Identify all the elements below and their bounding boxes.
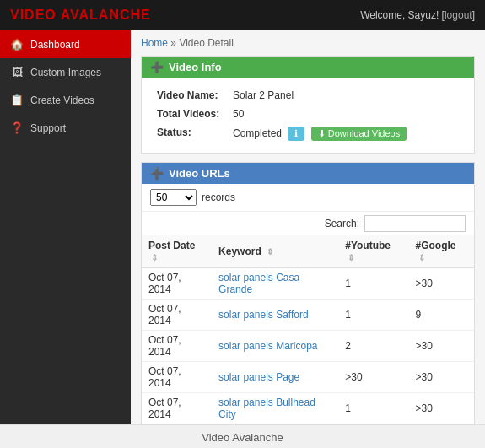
table-controls: 10 25 50 100 records — [142, 184, 474, 212]
col-google[interactable]: #Google ⇕ — [409, 235, 475, 268]
table-row: Status: Completed ℹ ⬇ Download Videos — [152, 123, 464, 144]
info-button[interactable]: ℹ — [288, 127, 304, 141]
data-table: Post Date ⇕ Keyword ⇕ #Youtube ⇕ #Goog — [142, 235, 474, 424]
footer: Video Avalanche — [0, 424, 485, 448]
cell-post-date: Oct 07, 2014 — [142, 331, 212, 362]
logo-accent: AVALANCHE — [61, 8, 151, 22]
col-keyword[interactable]: Keyword ⇕ — [212, 235, 338, 268]
table-row: Total Videos: 50 — [152, 105, 464, 123]
sort-icon-date: ⇕ — [151, 253, 158, 262]
cell-post-date: Oct 07, 2014 — [142, 393, 212, 424]
sidebar-label-create-videos: Create Videos — [30, 94, 94, 106]
cell-post-date: Oct 07, 2014 — [142, 268, 212, 300]
logo-text: VIDEO — [10, 8, 57, 22]
cell-keyword: solar panels Page — [212, 362, 338, 393]
header-user: Welcome, Sayuz! [logout] — [360, 9, 475, 21]
logo: VIDEO AVALANCHE — [10, 8, 151, 23]
cell-post-date: Oct 07, 2014 — [142, 424, 212, 425]
field-label-total: Total Videos: — [152, 105, 228, 123]
video-info-icon: ➕ — [150, 61, 164, 73]
cell-google: >30 — [409, 331, 475, 362]
home-icon: 🏠 — [10, 38, 24, 51]
col-post-date[interactable]: Post Date ⇕ — [142, 235, 212, 268]
download-videos-button[interactable]: ⬇ Download Videos — [311, 127, 407, 141]
sort-icon-google: ⇕ — [418, 253, 425, 262]
header: VIDEO AVALANCHE Welcome, Sayuz! [logout] — [0, 0, 485, 30]
field-value-total: 50 — [228, 105, 464, 123]
video-info-body: Video Name: Solar 2 Panel Total Videos: … — [142, 78, 474, 153]
field-value-name: Solar 2 Panel — [228, 86, 464, 105]
keyword-link[interactable]: solar panels Safford — [218, 309, 309, 321]
cell-youtube: 2 — [338, 331, 408, 362]
search-label: Search: — [325, 218, 359, 229]
cell-youtube: 1 — [338, 300, 408, 331]
video-info-title: Video Info — [169, 61, 222, 73]
search-row: Search: — [142, 212, 474, 235]
sidebar-label-custom-images: Custom Images — [30, 67, 101, 78]
breadcrumb-current: Video Detail — [179, 37, 234, 49]
cell-youtube: >30 — [338, 362, 408, 393]
cell-google: >30 — [409, 393, 475, 424]
breadcrumb-home[interactable]: Home — [141, 37, 168, 49]
cell-keyword: solar panels Casa Grande — [212, 268, 338, 300]
breadcrumb-separator: » — [170, 37, 176, 49]
cell-google: >30 — [409, 362, 475, 393]
cell-post-date: Oct 07, 2014 — [142, 362, 212, 393]
status-text: Completed — [233, 127, 282, 139]
cell-keyword: solar panels Safford — [212, 300, 338, 331]
table-row: Oct 07, 2014 solar panels Safford 1 9 — [142, 300, 474, 331]
support-icon: ❓ — [10, 121, 24, 134]
keyword-link[interactable]: solar panels Bullhead City — [218, 397, 315, 420]
field-label-name: Video Name: — [152, 86, 228, 105]
video-icon: 📋 — [10, 94, 24, 106]
keyword-link[interactable]: solar panels Page — [218, 371, 299, 383]
welcome-text: Welcome, Sayuz! — [360, 9, 439, 21]
cell-google: 9 — [409, 300, 475, 331]
logout-link[interactable]: logout — [445, 9, 472, 21]
cell-youtube: 1 — [338, 393, 408, 424]
records-label: records — [202, 192, 235, 203]
sidebar-item-dashboard[interactable]: 🏠 Dashboard — [0, 30, 131, 58]
sidebar: 🏠 Dashboard 🖼 Custom Images 📋 Create Vid… — [0, 30, 131, 424]
cell-google: >30 — [409, 268, 475, 300]
cell-keyword: solar panels Bullhead City — [212, 393, 338, 424]
cell-keyword: solar panels Chino Valley — [212, 424, 338, 425]
cell-post-date: Oct 07, 2014 — [142, 300, 212, 331]
sidebar-label-dashboard: Dashboard — [30, 39, 80, 51]
table-row: Oct 07, 2014 solar panels Page >30 >30 — [142, 362, 474, 393]
cell-youtube: 1 — [338, 268, 408, 300]
field-value-status: Completed ℹ ⬇ Download Videos — [228, 123, 464, 144]
video-info-box: ➕ Video Info Video Name: Solar 2 Panel T… — [141, 56, 475, 154]
keyword-link[interactable]: solar panels Maricopa — [218, 340, 317, 352]
table-header: Post Date ⇕ Keyword ⇕ #Youtube ⇕ #Goog — [142, 235, 474, 268]
cell-google: 25 — [409, 424, 475, 425]
table-row: Oct 07, 2014 solar panels Chino Valley 1… — [142, 424, 474, 425]
table-row: Video Name: Solar 2 Panel — [152, 86, 464, 105]
table-row: Oct 07, 2014 solar panels Bullhead City … — [142, 393, 474, 424]
info-table: Video Name: Solar 2 Panel Total Videos: … — [152, 86, 464, 144]
sort-icon-keyword: ⇕ — [267, 247, 273, 256]
sidebar-item-create-videos[interactable]: 📋 Create Videos — [0, 86, 131, 114]
video-urls-header: ➕ Video URLs — [142, 163, 474, 184]
search-input[interactable] — [364, 215, 466, 232]
sidebar-item-support[interactable]: ❓ Support — [0, 114, 131, 142]
layout: 🏠 Dashboard 🖼 Custom Images 📋 Create Vid… — [0, 30, 485, 424]
image-icon: 🖼 — [10, 66, 24, 78]
keyword-link[interactable]: solar panels Casa Grande — [218, 272, 299, 295]
video-urls-box: ➕ Video URLs 10 25 50 100 records Search… — [141, 162, 475, 424]
main-content: Home » Video Detail ➕ Video Info Video N… — [131, 30, 485, 424]
video-urls-icon: ➕ — [150, 167, 164, 180]
table-row: Oct 07, 2014 solar panels Maricopa 2 >30 — [142, 331, 474, 362]
breadcrumb: Home » Video Detail — [141, 37, 475, 49]
sidebar-label-support: Support — [30, 122, 66, 134]
footer-label: Video Avalanche — [202, 431, 283, 444]
cell-youtube: 1 — [338, 424, 408, 425]
field-label-status: Status: — [152, 123, 228, 144]
table-body: Oct 07, 2014 solar panels Casa Grande 1 … — [142, 268, 474, 425]
table-row: Oct 07, 2014 solar panels Casa Grande 1 … — [142, 268, 474, 300]
video-info-header: ➕ Video Info — [142, 57, 474, 78]
sort-icon-youtube: ⇕ — [348, 253, 354, 262]
col-youtube[interactable]: #Youtube ⇕ — [338, 235, 408, 268]
records-per-page-select[interactable]: 10 25 50 100 — [150, 189, 197, 206]
sidebar-item-custom-images[interactable]: 🖼 Custom Images — [0, 58, 131, 86]
